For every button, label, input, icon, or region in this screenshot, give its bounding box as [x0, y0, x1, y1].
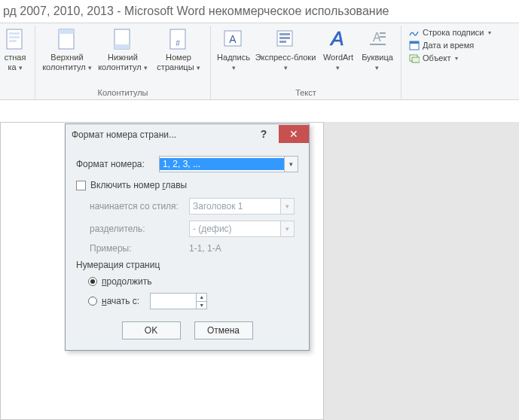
ribbon-group-text: A Надпись▾ Экспресс-блоки▾ A WordArt▾	[211, 26, 401, 99]
window-title: рд 2007, 2010, 2013 - Microsoft Word нек…	[0, 0, 519, 23]
signature-icon	[409, 27, 420, 38]
startat-input[interactable]	[151, 294, 196, 309]
radio-startat[interactable]: начать с: ▲ ▼	[76, 293, 298, 309]
header-top-icon	[55, 27, 79, 51]
svg-rect-24	[412, 57, 420, 62]
format-combo[interactable]: 1, 2, 3, ... ▾	[159, 156, 298, 172]
startat-spinner[interactable]: ▲ ▼	[150, 293, 207, 309]
dialog-close-button[interactable]: ✕	[279, 125, 309, 143]
wordart-button[interactable]: A WordArt▾	[319, 26, 357, 73]
svg-rect-13	[279, 33, 290, 35]
header-top-button[interactable]: Верхнийколонтитул ▾	[40, 26, 94, 73]
cancel-button[interactable]: Отмена	[194, 321, 253, 339]
close-icon: ✕	[289, 128, 298, 140]
header-bottom-icon	[111, 27, 135, 51]
page-icon	[3, 27, 27, 51]
radio-icon	[88, 297, 97, 306]
signature-line-button[interactable]: Строка подписи▾	[409, 27, 491, 38]
dropcap-button[interactable]: A Буквица▾	[359, 26, 396, 73]
checkbox-icon	[76, 181, 86, 190]
svg-rect-3	[9, 40, 17, 42]
chevron-down-icon: ▾	[284, 157, 298, 172]
radio-startat-label: начать с:	[102, 296, 139, 306]
chevron-down-icon: ▾	[280, 221, 294, 236]
page-number-button[interactable]: # Номерстраницы ▾	[151, 26, 206, 73]
quickparts-icon	[273, 27, 298, 51]
svg-text:A: A	[329, 27, 343, 50]
spin-down-icon[interactable]: ▼	[197, 302, 206, 309]
svg-rect-1	[9, 32, 20, 35]
page-number-icon: #	[166, 27, 191, 51]
ribbon-truncated-button[interactable]: стнаяка ▾	[0, 26, 30, 73]
svg-rect-22	[410, 41, 419, 44]
object-icon	[409, 53, 420, 63]
radio-continue[interactable]: продолжить	[76, 276, 298, 287]
ribbon-group-colontitles: Верхнийколонтитул ▾ Нижнийколонтитул ▾ #…	[35, 26, 211, 99]
numbering-title: Нумерация страниц	[76, 260, 298, 270]
datetime-button[interactable]: Дата и время	[409, 40, 491, 50]
quickparts-button[interactable]: Экспресс-блоки▾	[253, 26, 318, 73]
style-combo: Заголовок 1 ▾	[189, 198, 295, 215]
separator-label: разделитель:	[90, 224, 189, 234]
textbox-icon: A	[221, 27, 246, 51]
group-caption-colontitles: Колонтитулы	[40, 87, 206, 99]
svg-rect-15	[279, 41, 286, 43]
header-bottom-button[interactable]: Нижнийколонтитул ▾	[96, 26, 150, 73]
include-chapter-checkbox[interactable]: Включить номер главы	[76, 180, 298, 190]
examples-label: Примеры:	[90, 243, 189, 254]
wordart-icon: A	[326, 27, 350, 51]
group-caption-text: Текст	[215, 87, 396, 99]
textbox-button[interactable]: A Надпись▾	[215, 26, 252, 73]
calendar-icon	[409, 40, 420, 50]
format-label: Формат номера:	[76, 159, 159, 169]
svg-rect-14	[279, 37, 290, 39]
spin-up-icon[interactable]: ▲	[197, 294, 206, 302]
ok-button[interactable]: OK	[122, 321, 181, 339]
ribbon: стнаяка ▾ Верхнийколонтитул ▾ Нижний	[0, 23, 519, 100]
svg-rect-7	[114, 44, 130, 49]
chevron-down-icon: ▾	[280, 199, 294, 214]
svg-text:#: #	[176, 39, 180, 47]
examples-value: 1-1, 1-A	[189, 243, 221, 254]
radio-icon	[88, 277, 97, 286]
style-label: начинается со стиля:	[90, 201, 189, 212]
dialog-title: Формат номера страни...	[72, 129, 249, 140]
dropcap-icon: A	[365, 27, 389, 51]
svg-text:A: A	[229, 33, 237, 45]
radio-continue-label: продолжить	[102, 276, 151, 287]
page-number-format-dialog: Формат номера страни... ? ✕ Формат номер…	[65, 123, 310, 351]
svg-rect-2	[9, 36, 20, 38]
dialog-help-button[interactable]: ?	[249, 125, 279, 143]
object-button[interactable]: Объект▾	[409, 53, 491, 63]
svg-rect-0	[7, 29, 22, 49]
separator-combo: - (дефис) ▾	[189, 221, 295, 237]
svg-rect-5	[59, 29, 74, 34]
include-chapter-label: Включить номер главы	[90, 180, 187, 190]
